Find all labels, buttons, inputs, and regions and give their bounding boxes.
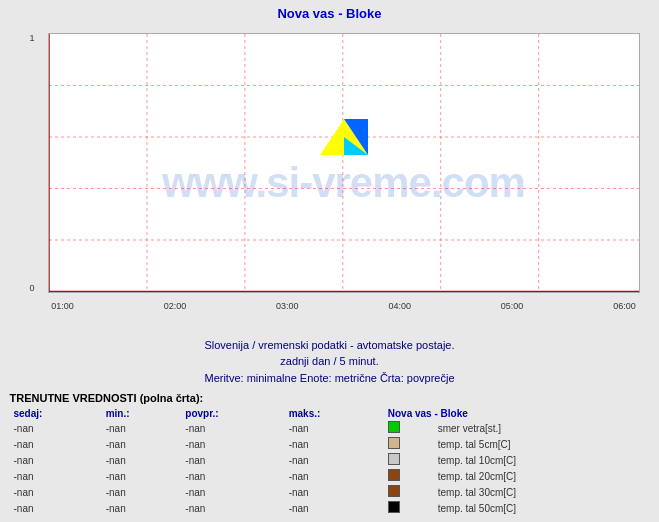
y-min: 0 (30, 283, 35, 293)
chart-grid-svg (49, 34, 639, 292)
cell-label: temp. tal 30cm[C] (434, 484, 650, 500)
chart-wrapper: www.si-vreme.com 1 0 (10, 23, 650, 333)
cell-color (384, 484, 434, 500)
chart-description: Slovenija / vremenski podatki - avtomats… (204, 337, 454, 387)
cell-povpr: -nan (181, 500, 284, 516)
cell-maks: -nan (285, 452, 384, 468)
cell-label: temp. tal 5cm[C] (434, 436, 650, 452)
table-row: -nan -nan -nan -nan smer vetra[st.] (10, 420, 650, 436)
cell-color (384, 420, 434, 436)
description-line1: Slovenija / vremenski podatki - avtomats… (204, 337, 454, 354)
cell-sedaj: -nan (10, 436, 102, 452)
cell-min: -nan (102, 484, 182, 500)
cell-povpr: -nan (181, 436, 284, 452)
table-row: -nan -nan -nan -nan temp. tal 20cm[C] (10, 468, 650, 484)
col-header-min: min.: (102, 407, 182, 420)
cell-min: -nan (102, 436, 182, 452)
x-label-4: 04:00 (385, 301, 415, 311)
cell-min: -nan (102, 500, 182, 516)
cell-min: -nan (102, 468, 182, 484)
table-title: TRENUTNE VREDNOSTI (polna črta): (10, 392, 650, 404)
data-table: sedaj: min.: povpr.: maks.: Nova vas - B… (10, 407, 650, 516)
table-row: -nan -nan -nan -nan temp. tal 30cm[C] (10, 484, 650, 500)
cell-color (384, 436, 434, 452)
cell-povpr: -nan (181, 468, 284, 484)
cell-sedaj: -nan (10, 452, 102, 468)
cell-label: smer vetra[st.] (434, 420, 650, 436)
cell-min: -nan (102, 452, 182, 468)
cell-sedaj: -nan (10, 468, 102, 484)
table-row: -nan -nan -nan -nan temp. tal 5cm[C] (10, 436, 650, 452)
table-row: -nan -nan -nan -nan temp. tal 50cm[C] (10, 500, 650, 516)
cell-maks: -nan (285, 484, 384, 500)
cell-povpr: -nan (181, 452, 284, 468)
col-header-maks: maks.: (285, 407, 384, 420)
table-row: -nan -nan -nan -nan temp. tal 10cm[C] (10, 452, 650, 468)
cell-sedaj: -nan (10, 500, 102, 516)
x-label-2: 02:00 (160, 301, 190, 311)
cell-color (384, 468, 434, 484)
data-table-wrapper: TRENUTNE VREDNOSTI (polna črta): sedaj: … (10, 392, 650, 516)
cell-label: temp. tal 10cm[C] (434, 452, 650, 468)
y-max: 1 (30, 33, 35, 43)
cell-sedaj: -nan (10, 484, 102, 500)
x-label-6: 06:00 (609, 301, 639, 311)
col-header-povpr: povpr.: (181, 407, 284, 420)
table-header-row: sedaj: min.: povpr.: maks.: Nova vas - B… (10, 407, 650, 420)
cell-maks: -nan (285, 420, 384, 436)
x-axis: 01:00 02:00 03:00 04:00 05:00 06:00 (48, 301, 640, 311)
cell-povpr: -nan (181, 484, 284, 500)
description-line3: Meritve: minimalne Enote: metrične Črta:… (204, 370, 454, 387)
cell-povpr: -nan (181, 420, 284, 436)
cell-label: temp. tal 50cm[C] (434, 500, 650, 516)
chart-plot: www.si-vreme.com (49, 34, 639, 292)
description-line2: zadnji dan / 5 minut. (204, 353, 454, 370)
col-header-station: Nova vas - Bloke (384, 407, 650, 420)
col-header-sedaj: sedaj: (10, 407, 102, 420)
cell-color (384, 500, 434, 516)
chart-title: Nova vas - Bloke (8, 6, 651, 21)
cell-min: -nan (102, 420, 182, 436)
x-label-1: 01:00 (48, 301, 78, 311)
y-axis: 1 0 (30, 33, 35, 293)
cell-label: temp. tal 20cm[C] (434, 468, 650, 484)
x-label-5: 05:00 (497, 301, 527, 311)
cell-maks: -nan (285, 500, 384, 516)
cell-maks: -nan (285, 436, 384, 452)
cell-maks: -nan (285, 468, 384, 484)
x-label-3: 03:00 (272, 301, 302, 311)
chart-plot-area: www.si-vreme.com (48, 33, 640, 293)
cell-color (384, 452, 434, 468)
page: Nova vas - Bloke www.si-vreme.com 1 0 (0, 0, 659, 522)
cell-sedaj: -nan (10, 420, 102, 436)
